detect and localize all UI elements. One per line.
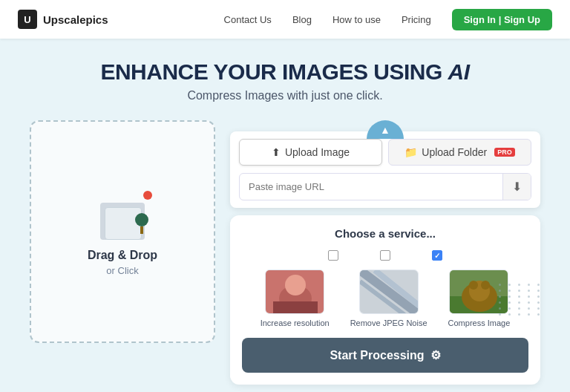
pro-badge: PRO [494, 148, 515, 157]
signin-button[interactable]: Sign In | Sign Up [452, 9, 552, 30]
hero-title-prefix: ENHANCE YOUR IMAGES USING [100, 59, 448, 84]
nav-blog[interactable]: Blog [292, 14, 312, 25]
start-processing-button[interactable]: Start Processing ⚙ [242, 338, 528, 373]
navbar: U Upscalepics Contact Us Blog How to use… [0, 0, 570, 39]
logo-box: U [18, 10, 37, 29]
svg-point-2 [285, 275, 306, 295]
svg-rect-3 [273, 301, 318, 314]
logo-letter: U [24, 14, 30, 25]
main-content: Drag & Drop or Click ▲ ⬆ Upload Image [0, 120, 570, 385]
service-item-noise: Remove JPEG Noise [350, 270, 428, 327]
gear-icon: ⚙ [430, 348, 441, 362]
drop-dot [143, 191, 152, 200]
checkbox-wrapper-resolution [328, 250, 338, 261]
nav-links: Contact Us Blog How to use Pricing Sign … [224, 9, 552, 30]
upload-image-label: Upload Image [285, 146, 350, 158]
url-download-button[interactable]: ⬇ [502, 174, 531, 200]
service-title: Choose a service... [242, 227, 528, 240]
service-label-resolution: Increase resolution [261, 318, 330, 327]
upload-panel: ⬆ Upload Image 📁 Upload Folder PRO ⬇ [230, 131, 540, 208]
logo[interactable]: U Upscalepics [18, 10, 108, 29]
checkbox-compress[interactable] [432, 250, 442, 261]
service-label-compress: Compress Image [448, 318, 511, 327]
download-icon: ⬇ [512, 180, 522, 193]
svg-rect-8 [360, 270, 419, 314]
logo-name: Upscalepics [43, 13, 108, 26]
service-checkboxes [242, 250, 528, 261]
checkbox-wrapper-noise [380, 250, 390, 261]
hero-subtitle: Compress Images with just one click. [0, 89, 570, 102]
upload-image-icon: ⬆ [272, 146, 281, 158]
right-panel: ▲ ⬆ Upload Image 📁 Upload Folder PRO [230, 120, 540, 385]
drop-illustration [93, 188, 152, 240]
hero-title: ENHANCE YOUR IMAGES USING AI [0, 59, 570, 85]
checkbox-resolution[interactable] [328, 250, 338, 261]
nav-pricing[interactable]: Pricing [402, 14, 431, 25]
service-thumb-resolution [265, 270, 324, 314]
hero-section: ENHANCE YOUR IMAGES USING AI Compress Im… [0, 39, 570, 114]
checkbox-wrapper-compress [432, 250, 442, 261]
service-item-resolution: Increase resolution [261, 270, 330, 327]
service-section: Choose a service... [230, 215, 540, 385]
service-thumb-noise [359, 270, 419, 314]
start-processing-label: Start Processing [330, 349, 424, 362]
checkbox-noise[interactable] [380, 250, 390, 261]
hero-title-ai: AI [448, 59, 470, 84]
upload-folder-icon: 📁 [404, 146, 417, 158]
upload-image-tab[interactable]: ⬆ Upload Image [239, 139, 382, 166]
url-input-row: ⬇ [239, 173, 531, 200]
upload-folder-tab[interactable]: 📁 Upload Folder PRO [388, 139, 531, 166]
service-images: Increase resolution [242, 270, 528, 327]
drag-drop-label: Drag & Drop [88, 249, 157, 262]
tree-icon [133, 213, 151, 237]
nav-contact[interactable]: Contact Us [224, 14, 272, 25]
svg-point-13 [469, 281, 478, 290]
drag-drop-sublabel: or Click [106, 265, 138, 276]
dot-grid-decoration [499, 284, 543, 316]
upload-tab-row: ⬆ Upload Image 📁 Upload Folder PRO [239, 139, 531, 166]
dropzone[interactable]: Drag & Drop or Click [30, 120, 215, 343]
url-input[interactable] [240, 175, 502, 198]
nav-how-to-use[interactable]: How to use [332, 14, 381, 25]
svg-point-14 [481, 281, 490, 290]
service-label-noise: Remove JPEG Noise [350, 318, 428, 327]
upload-folder-label: Upload Folder [422, 146, 487, 158]
